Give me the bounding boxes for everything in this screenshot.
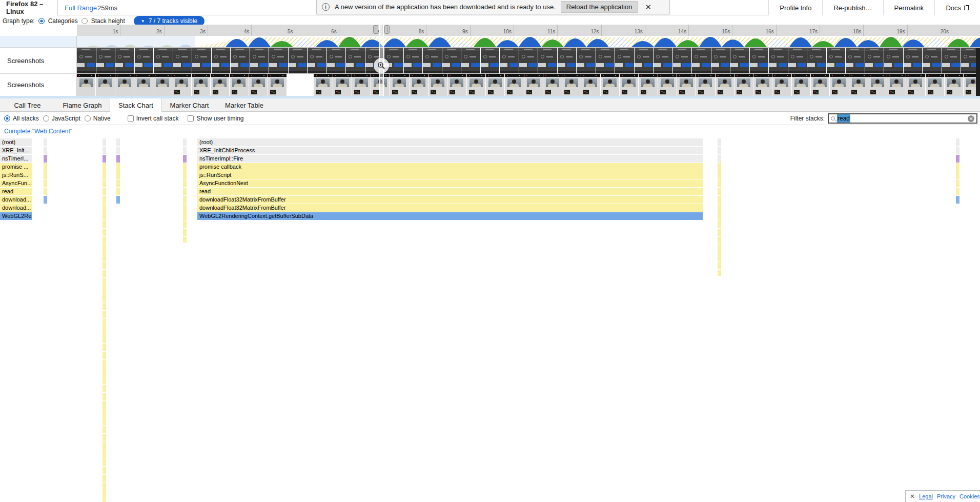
screenshot-thumbnail[interactable] xyxy=(792,74,810,96)
screenshot-thumbnail[interactable] xyxy=(423,48,442,73)
tab-marker-table[interactable]: Marker Table xyxy=(217,98,272,112)
stack-frame[interactable] xyxy=(718,188,721,195)
screenshot-thumbnail[interactable] xyxy=(620,74,638,96)
stack-frame[interactable] xyxy=(718,204,721,212)
stack-frame[interactable]: downloadFloat32MatrixFromBuffer xyxy=(197,204,703,212)
screenshot-thumbnail[interactable] xyxy=(346,48,365,73)
screenshot-thumbnail[interactable] xyxy=(849,74,868,96)
screenshot-thumbnail[interactable] xyxy=(558,48,577,73)
screenshot-thumbnail[interactable] xyxy=(543,74,562,96)
radio-stack-height[interactable] xyxy=(81,18,88,24)
close-notification-icon[interactable]: ✕ xyxy=(643,3,654,12)
stack-frame[interactable] xyxy=(116,188,120,195)
stack-frame[interactable] xyxy=(718,147,721,154)
screenshot-thumbnail[interactable] xyxy=(486,74,504,96)
stack-frame[interactable] xyxy=(44,179,47,187)
header-button-profile-info[interactable]: Profile Info xyxy=(768,0,822,15)
stack-frame[interactable] xyxy=(183,204,187,212)
screenshot-thumbnail[interactable] xyxy=(173,48,192,73)
stack-frame[interactable] xyxy=(103,147,106,154)
stack-frame[interactable] xyxy=(956,179,959,187)
screenshot-thumbnail[interactable] xyxy=(677,74,696,96)
stack-frame[interactable] xyxy=(183,196,187,204)
stack-frame[interactable] xyxy=(183,212,187,220)
screenshot-thumbnail[interactable] xyxy=(753,74,772,96)
stack-frame[interactable] xyxy=(44,138,47,146)
stack-frame[interactable] xyxy=(718,171,721,179)
screenshot-thumbnail[interactable] xyxy=(269,48,288,73)
screenshot-thumbnail[interactable] xyxy=(308,48,326,73)
breadcrumb[interactable]: Complete "Web Content" xyxy=(4,128,72,135)
stack-frame-column[interactable] xyxy=(103,220,106,502)
screenshot-thumbnail[interactable] xyxy=(519,48,538,73)
screenshot-thumbnail[interactable] xyxy=(327,48,346,73)
screenshot-thumbnail[interactable] xyxy=(696,74,714,96)
screenshot-thumbnail[interactable] xyxy=(639,74,657,96)
screenshot-thumbnail[interactable] xyxy=(601,74,619,96)
screenshot-thumbnail[interactable] xyxy=(673,48,692,73)
screenshot-thumbnail[interactable] xyxy=(404,48,423,73)
screenshot-thumbnail[interactable] xyxy=(428,74,447,96)
checkbox-invert-label[interactable]: Invert call stack xyxy=(136,115,179,122)
screenshot-thumbnail[interactable] xyxy=(77,48,96,73)
stack-frame[interactable] xyxy=(718,179,721,187)
screenshot-thumbnail[interactable] xyxy=(250,48,269,73)
screenshot-thumbnail[interactable] xyxy=(769,48,788,73)
stack-frame[interactable] xyxy=(103,204,106,212)
radio-stack-height-label[interactable]: Stack height xyxy=(91,17,125,25)
screenshot-thumbnail[interactable] xyxy=(410,74,428,96)
screenshot-thumbnail[interactable] xyxy=(77,74,95,96)
screenshot-thumbnail[interactable] xyxy=(249,74,268,96)
stack-frame[interactable]: promise callback xyxy=(197,163,703,171)
screenshot-thumbnail[interactable] xyxy=(153,74,172,96)
stack-frame[interactable] xyxy=(103,179,106,187)
screenshot-thumbnail[interactable] xyxy=(505,74,523,96)
checkbox-show-user-timing[interactable] xyxy=(188,115,194,122)
screenshot-thumbnail[interactable] xyxy=(788,48,807,73)
reload-application-button[interactable]: Reload the application xyxy=(561,1,638,13)
stack-frame[interactable] xyxy=(116,138,120,146)
screenshot-thumbnail[interactable] xyxy=(268,74,287,96)
screenshot-thumbnail[interactable] xyxy=(846,48,865,73)
stack-frame-column[interactable] xyxy=(183,220,187,243)
selection-handle-left[interactable] xyxy=(373,25,378,34)
stack-frame[interactable] xyxy=(103,196,106,204)
stack-frame[interactable] xyxy=(116,147,120,154)
screenshot-thumbnail[interactable] xyxy=(231,48,250,73)
tab-call-tree[interactable]: Call Tree xyxy=(0,98,55,112)
screenshot-thumbnail[interactable] xyxy=(692,48,711,73)
screenshot-thumbnail[interactable] xyxy=(442,48,461,73)
screenshot-thumbnail[interactable] xyxy=(884,48,903,73)
stack-frame[interactable] xyxy=(103,188,106,195)
screenshot-thumbnail[interactable] xyxy=(577,48,596,73)
stack-frame[interactable] xyxy=(718,212,721,220)
header-button-re-publish[interactable]: Re-publish… xyxy=(822,0,883,15)
stack-frame[interactable] xyxy=(103,163,106,171)
screenshot-thumbnail[interactable] xyxy=(904,48,923,73)
stack-frame[interactable] xyxy=(103,171,106,179)
radio-native-label[interactable]: Native xyxy=(93,115,111,122)
radio-javascript[interactable] xyxy=(43,115,49,122)
tab-flame-graph[interactable]: Flame Graph xyxy=(55,98,110,112)
radio-all-stacks[interactable] xyxy=(4,115,10,122)
screenshot-thumbnail[interactable] xyxy=(289,48,308,73)
header-button-docs[interactable]: Docs xyxy=(934,0,980,15)
stack-frame[interactable] xyxy=(44,147,47,154)
screenshot-thumbnail[interactable] xyxy=(868,74,887,96)
screenshot-thumbnail[interactable] xyxy=(461,48,480,73)
screenshot-thumbnail[interactable] xyxy=(615,48,634,73)
stack-frame[interactable]: read xyxy=(197,188,703,195)
screenshot-thumbnail[interactable] xyxy=(390,74,409,96)
header-button-permalink[interactable]: Permalink xyxy=(883,0,935,15)
screenshot-thumbnail[interactable] xyxy=(942,48,961,73)
stack-frame[interactable] xyxy=(44,155,47,163)
screenshot-thumbnail[interactable] xyxy=(923,48,942,73)
stack-frame[interactable] xyxy=(103,212,106,220)
stack-frame[interactable] xyxy=(183,155,187,163)
screenshot-thumbnail[interactable] xyxy=(212,48,231,73)
screenshot-thumbnail[interactable] xyxy=(887,74,906,96)
close-cookie-bar-icon[interactable]: ✕ xyxy=(910,493,915,500)
stack-frame[interactable] xyxy=(103,138,106,146)
screenshot-thumbnail[interactable] xyxy=(811,74,829,96)
screenshot-thumbnail[interactable] xyxy=(352,74,371,96)
